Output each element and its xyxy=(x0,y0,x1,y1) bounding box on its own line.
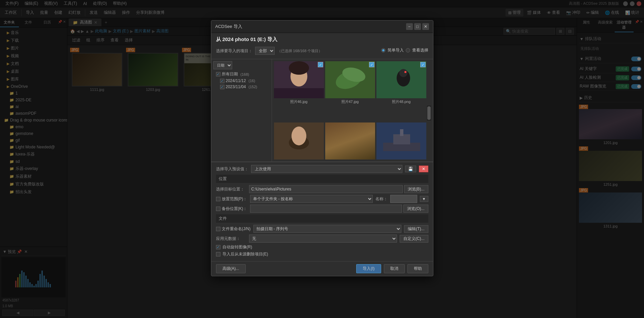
import-dialog: ACDSee 导入 − □ ✕ 从 2024 photo 01 (E:) 导入 … xyxy=(211,20,433,276)
date-2023-count: (152) xyxy=(249,85,257,89)
date-2024-count: (16) xyxy=(249,79,255,83)
date-tree: ✓ 所有日期 (168) ✓ 2024/11/12 (16) ✓ 2023/11… xyxy=(213,71,270,90)
name-label: 名称： xyxy=(375,196,388,202)
subfolder-label: 放置范围(P)： xyxy=(222,196,247,202)
select-all-dropdown[interactable]: 全部 xyxy=(255,47,275,55)
date-all: ✓ 所有日期 (168) xyxy=(215,71,268,78)
edit-rename-btn[interactable]: 编辑(T)... xyxy=(404,225,428,233)
photo-thumb-3[interactable]: ✓ 照片48.png xyxy=(376,61,426,104)
dialog-titlebar: ACDSee 导入 − □ ✕ xyxy=(211,21,433,33)
target-label: 选择目标位置： xyxy=(216,186,246,192)
photo-label-3: 照片48.png xyxy=(392,99,411,104)
remove-missing-label: 导入后从未源删除项目(E) xyxy=(222,251,268,257)
dialog-footer: 高级(A)... 导入(I) 取消 帮助 xyxy=(211,261,433,276)
scroll-thumb xyxy=(427,106,431,120)
select-label: 选择要导入的项目： xyxy=(216,48,252,54)
advanced-btn[interactable]: 高级(A)... xyxy=(216,264,246,273)
preset-save-btn[interactable]: 💾 xyxy=(405,166,416,172)
metadata-select[interactable]: 无 xyxy=(249,235,397,243)
photo-grid: ✓ 照片46.jpg xyxy=(272,59,433,122)
date-2023: ✓ 2023/11/04 (152) xyxy=(215,84,268,90)
dialog-maximize-btn[interactable]: □ xyxy=(414,23,421,30)
photo-grid-panel: ✓ 照片46.jpg xyxy=(272,59,433,162)
backup-input-group: 浏览(O)... xyxy=(250,205,428,213)
settings-label: 选择导入预设值： xyxy=(216,166,248,172)
photo-cb-2[interactable]: ✓ xyxy=(369,62,374,67)
photo-img-6 xyxy=(376,122,426,160)
date-all-count: (168) xyxy=(241,72,249,76)
files-title: 文件 xyxy=(216,214,428,223)
photo-svg-4 xyxy=(274,122,324,160)
photo-thumb-1[interactable]: ✓ 照片46.jpg xyxy=(274,61,324,104)
rename-select[interactable]: 拍摄日期 - 序列号 xyxy=(253,225,402,233)
dialog-overlay: ACDSee 导入 − □ ✕ 从 2024 photo 01 (E:) 导入 … xyxy=(0,0,644,318)
photo-cb-3[interactable]: ✓ xyxy=(420,62,426,67)
photo-scrollbar[interactable] xyxy=(427,106,431,120)
date-tree-panel: 日期 ✓ 所有日期 (168) ✓ 2024/11/12 (16) xyxy=(211,59,272,162)
svg-rect-22 xyxy=(274,88,324,98)
remove-missing-cb[interactable] xyxy=(216,252,220,256)
radio-view-select[interactable] xyxy=(406,48,410,52)
photos-area: 日期 ✓ 所有日期 (168) ✓ 2024/11/12 (16) xyxy=(211,59,433,162)
cancel-btn[interactable]: 取消 xyxy=(384,264,405,273)
dialog-controls: − □ ✕ xyxy=(406,23,429,30)
customize-btn[interactable]: 自定义(C)... xyxy=(400,235,428,243)
photo-thumb-6[interactable] xyxy=(376,122,426,160)
view-select-label: 查看选择 xyxy=(412,47,428,53)
select-row: 选择要导入的项目： 全部 （已选择 168/168 个项目） 简单导入 查看选择 xyxy=(216,47,428,55)
rename-label: 文件重命名(J/N) xyxy=(222,226,251,232)
svg-rect-36 xyxy=(400,129,403,136)
target-input-group: 浏览(B)... xyxy=(249,185,428,193)
dialog-main-title: 从 2024 photo 01 (E:) 导入 xyxy=(211,33,433,45)
browse-target-btn[interactable]: 浏览(B)... xyxy=(404,185,428,193)
photo-img-1 xyxy=(274,61,324,98)
selected-info: （已选择 168/168 个项目） xyxy=(277,48,323,54)
dialog-close-btn[interactable]: ✕ xyxy=(422,23,429,30)
import-btn[interactable]: 导入(I) xyxy=(356,264,381,273)
photo-thumb-2[interactable]: ✓ 照片47.jpg xyxy=(325,61,375,104)
backup-label: 备份位置(K)： xyxy=(222,206,247,212)
photo-svg-6 xyxy=(376,122,426,160)
preset-select[interactable]: 上次使用 xyxy=(251,165,402,173)
svg-point-29 xyxy=(404,71,406,73)
photo-img-4 xyxy=(274,122,324,160)
target-path-input[interactable] xyxy=(249,185,403,193)
browse-backup-btn[interactable]: 浏览(O)... xyxy=(403,205,428,213)
import-mode-label: 简单导入 xyxy=(388,47,404,53)
photo-svg-3 xyxy=(376,61,426,98)
auto-rotate-cb[interactable] xyxy=(216,245,220,249)
photo-label-2: 照片47.jpg xyxy=(341,99,359,104)
rename-cb[interactable] xyxy=(216,227,220,231)
radio-import-mode[interactable] xyxy=(381,48,386,52)
name-dropdown-btn[interactable]: ▼ xyxy=(420,196,428,202)
subfolder-select[interactable]: 单个子文件夹 - 按名称 xyxy=(250,195,373,203)
svg-point-32 xyxy=(292,127,306,145)
preset-row: 选择导入预设值： 上次使用 💾 ✕ xyxy=(216,165,428,173)
help-btn[interactable]: 帮助 xyxy=(407,264,428,273)
preset-delete-btn[interactable]: ✕ xyxy=(419,166,428,172)
location-title: 位置 xyxy=(216,175,428,183)
dialog-minimize-btn[interactable]: − xyxy=(406,23,413,30)
svg-point-21 xyxy=(289,61,309,75)
svg-point-28 xyxy=(399,69,407,77)
photo-thumb-5[interactable] xyxy=(325,122,375,160)
photo-thumb-4[interactable] xyxy=(274,122,324,160)
import-mode-row: 简单导入 xyxy=(381,47,404,53)
backup-path-input[interactable] xyxy=(250,205,402,213)
photo-grid-row2 xyxy=(272,122,433,162)
date-all-cb[interactable]: ✓ xyxy=(216,72,220,76)
metadata-row: 应用元数据： 无 自定义(C)... xyxy=(216,235,428,243)
subfolder-row: 放置范围(P)： 单个子文件夹 - 按名称 名称： ▼ xyxy=(216,195,428,203)
auto-rotate-label: 自动旋转图像(R) xyxy=(222,244,252,250)
rename-cb-group: 文件重命名(J/N) xyxy=(216,226,251,232)
date-2023-cb[interactable]: ✓ xyxy=(220,85,224,89)
date-2024-cb[interactable]: ✓ xyxy=(220,79,224,83)
backup-cb[interactable] xyxy=(216,207,220,211)
photo-cb-1[interactable]: ✓ xyxy=(318,62,323,67)
dialog-title: ACDSee 导入 xyxy=(215,24,242,30)
name-input[interactable] xyxy=(390,195,417,203)
photo-img-2 xyxy=(325,61,375,98)
view-mode-select[interactable]: 日期 xyxy=(213,61,232,69)
subfolder-cb[interactable] xyxy=(216,197,220,201)
view-select-row: 查看选择 xyxy=(406,47,428,53)
